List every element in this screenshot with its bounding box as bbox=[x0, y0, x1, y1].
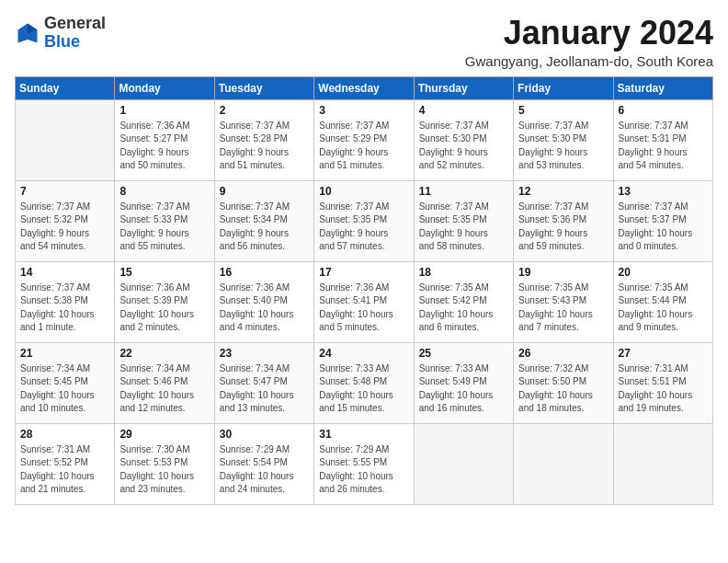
day-info: Sunrise: 7:30 AMSunset: 5:53 PMDaylight:… bbox=[119, 443, 209, 497]
day-info: Sunrise: 7:37 AMSunset: 5:28 PMDaylight:… bbox=[220, 120, 309, 173]
calendar-cell: 29Sunrise: 7:30 AMSunset: 5:53 PMDayligh… bbox=[115, 423, 214, 504]
calendar-cell: 15Sunrise: 7:36 AMSunset: 5:39 PMDayligh… bbox=[115, 261, 214, 342]
calendar-cell: 12Sunrise: 7:37 AMSunset: 5:36 PMDayligh… bbox=[514, 180, 613, 261]
calendar-cell: 28Sunrise: 7:31 AMSunset: 5:52 PMDayligh… bbox=[16, 423, 115, 504]
calendar-cell: 4Sunrise: 7:37 AMSunset: 5:30 PMDaylight… bbox=[414, 99, 513, 180]
page-header: General Blue January 2024 Gwangyang, Jeo… bbox=[15, 15, 713, 69]
col-header-wednesday: Wednesday bbox=[314, 76, 414, 99]
day-info: Sunrise: 7:36 AMSunset: 5:39 PMDaylight:… bbox=[119, 282, 209, 335]
calendar-cell bbox=[613, 423, 712, 504]
calendar-cell bbox=[16, 99, 115, 180]
calendar-cell bbox=[414, 423, 513, 504]
day-info: Sunrise: 7:35 AMSunset: 5:44 PMDaylight:… bbox=[619, 282, 708, 335]
day-number: 29 bbox=[119, 428, 209, 441]
day-info: Sunrise: 7:37 AMSunset: 5:37 PMDaylight:… bbox=[619, 201, 708, 254]
day-info: Sunrise: 7:37 AMSunset: 5:30 PMDaylight:… bbox=[518, 120, 608, 173]
day-info: Sunrise: 7:34 AMSunset: 5:45 PMDaylight:… bbox=[20, 362, 109, 416]
day-info: Sunrise: 7:37 AMSunset: 5:38 PMDaylight:… bbox=[20, 282, 109, 335]
day-info: Sunrise: 7:36 AMSunset: 5:27 PMDaylight:… bbox=[119, 120, 209, 173]
calendar-cell: 31Sunrise: 7:29 AMSunset: 5:55 PMDayligh… bbox=[314, 423, 414, 504]
calendar-cell: 7Sunrise: 7:37 AMSunset: 5:32 PMDaylight… bbox=[16, 180, 115, 261]
calendar-cell bbox=[514, 423, 613, 504]
day-info: Sunrise: 7:37 AMSunset: 5:31 PMDaylight:… bbox=[619, 120, 708, 173]
day-number: 26 bbox=[518, 347, 608, 360]
col-header-monday: Monday bbox=[115, 76, 214, 99]
day-number: 13 bbox=[619, 185, 708, 198]
day-number: 30 bbox=[220, 428, 309, 441]
logo-icon bbox=[15, 20, 40, 46]
day-number: 27 bbox=[619, 347, 708, 360]
day-info: Sunrise: 7:37 AMSunset: 5:35 PMDaylight:… bbox=[319, 201, 408, 254]
logo-blue-text: Blue bbox=[44, 32, 80, 51]
day-info: Sunrise: 7:36 AMSunset: 5:41 PMDaylight:… bbox=[319, 282, 408, 335]
day-info: Sunrise: 7:37 AMSunset: 5:30 PMDaylight:… bbox=[419, 120, 508, 173]
day-info: Sunrise: 7:31 AMSunset: 5:51 PMDaylight:… bbox=[619, 362, 708, 416]
day-number: 6 bbox=[619, 104, 708, 117]
day-info: Sunrise: 7:37 AMSunset: 5:29 PMDaylight:… bbox=[319, 120, 408, 173]
day-info: Sunrise: 7:34 AMSunset: 5:46 PMDaylight:… bbox=[119, 362, 209, 416]
day-info: Sunrise: 7:35 AMSunset: 5:42 PMDaylight:… bbox=[419, 282, 508, 335]
day-info: Sunrise: 7:32 AMSunset: 5:50 PMDaylight:… bbox=[518, 362, 608, 416]
calendar-cell: 6Sunrise: 7:37 AMSunset: 5:31 PMDaylight… bbox=[613, 99, 712, 180]
day-info: Sunrise: 7:37 AMSunset: 5:35 PMDaylight:… bbox=[419, 201, 508, 254]
day-number: 1 bbox=[119, 104, 209, 117]
calendar-cell: 20Sunrise: 7:35 AMSunset: 5:44 PMDayligh… bbox=[613, 261, 712, 342]
day-number: 22 bbox=[119, 347, 209, 360]
day-number: 12 bbox=[518, 185, 608, 198]
day-info: Sunrise: 7:33 AMSunset: 5:49 PMDaylight:… bbox=[419, 362, 508, 416]
calendar-cell: 26Sunrise: 7:32 AMSunset: 5:50 PMDayligh… bbox=[514, 342, 613, 423]
calendar-week-3: 14Sunrise: 7:37 AMSunset: 5:38 PMDayligh… bbox=[16, 261, 713, 342]
day-number: 14 bbox=[20, 266, 109, 279]
col-header-friday: Friday bbox=[514, 76, 613, 99]
calendar-cell: 3Sunrise: 7:37 AMSunset: 5:29 PMDaylight… bbox=[314, 99, 414, 180]
calendar-cell: 27Sunrise: 7:31 AMSunset: 5:51 PMDayligh… bbox=[613, 342, 712, 423]
day-info: Sunrise: 7:36 AMSunset: 5:40 PMDaylight:… bbox=[220, 282, 309, 335]
title-block: January 2024 Gwangyang, Jeollanam-do, So… bbox=[465, 15, 713, 69]
day-number: 24 bbox=[319, 347, 408, 360]
calendar-header-row: SundayMondayTuesdayWednesdayThursdayFrid… bbox=[16, 76, 713, 99]
calendar-cell: 13Sunrise: 7:37 AMSunset: 5:37 PMDayligh… bbox=[613, 180, 712, 261]
location-subtitle: Gwangyang, Jeollanam-do, South Korea bbox=[465, 53, 713, 69]
day-number: 16 bbox=[220, 266, 309, 279]
day-number: 8 bbox=[119, 185, 209, 198]
day-number: 7 bbox=[20, 185, 109, 198]
day-number: 2 bbox=[220, 104, 309, 117]
calendar-cell: 2Sunrise: 7:37 AMSunset: 5:28 PMDaylight… bbox=[214, 99, 313, 180]
calendar-cell: 8Sunrise: 7:37 AMSunset: 5:33 PMDaylight… bbox=[115, 180, 214, 261]
day-info: Sunrise: 7:29 AMSunset: 5:55 PMDaylight:… bbox=[319, 443, 408, 497]
calendar-cell: 18Sunrise: 7:35 AMSunset: 5:42 PMDayligh… bbox=[414, 261, 513, 342]
day-number: 17 bbox=[319, 266, 408, 279]
calendar-cell: 17Sunrise: 7:36 AMSunset: 5:41 PMDayligh… bbox=[314, 261, 414, 342]
day-number: 23 bbox=[220, 347, 309, 360]
day-number: 3 bbox=[319, 104, 408, 117]
logo-general-text: General bbox=[44, 14, 106, 32]
day-number: 15 bbox=[119, 266, 209, 279]
calendar-cell: 11Sunrise: 7:37 AMSunset: 5:35 PMDayligh… bbox=[414, 180, 513, 261]
day-info: Sunrise: 7:34 AMSunset: 5:47 PMDaylight:… bbox=[220, 362, 309, 416]
calendar-cell: 19Sunrise: 7:35 AMSunset: 5:43 PMDayligh… bbox=[514, 261, 613, 342]
calendar-cell: 24Sunrise: 7:33 AMSunset: 5:48 PMDayligh… bbox=[314, 342, 414, 423]
calendar-cell: 30Sunrise: 7:29 AMSunset: 5:54 PMDayligh… bbox=[214, 423, 313, 504]
day-info: Sunrise: 7:37 AMSunset: 5:36 PMDaylight:… bbox=[518, 201, 608, 254]
calendar-cell: 23Sunrise: 7:34 AMSunset: 5:47 PMDayligh… bbox=[214, 342, 313, 423]
month-title: January 2024 bbox=[465, 15, 713, 52]
day-number: 20 bbox=[619, 266, 708, 279]
calendar-cell: 14Sunrise: 7:37 AMSunset: 5:38 PMDayligh… bbox=[16, 261, 115, 342]
day-number: 25 bbox=[419, 347, 508, 360]
calendar-cell: 16Sunrise: 7:36 AMSunset: 5:40 PMDayligh… bbox=[214, 261, 313, 342]
calendar-week-5: 28Sunrise: 7:31 AMSunset: 5:52 PMDayligh… bbox=[16, 423, 713, 504]
calendar-cell: 21Sunrise: 7:34 AMSunset: 5:45 PMDayligh… bbox=[16, 342, 115, 423]
day-number: 19 bbox=[518, 266, 608, 279]
calendar-cell: 10Sunrise: 7:37 AMSunset: 5:35 PMDayligh… bbox=[314, 180, 414, 261]
day-info: Sunrise: 7:35 AMSunset: 5:43 PMDaylight:… bbox=[518, 282, 608, 335]
day-number: 28 bbox=[20, 428, 109, 441]
day-info: Sunrise: 7:37 AMSunset: 5:33 PMDaylight:… bbox=[119, 201, 209, 254]
col-header-saturday: Saturday bbox=[613, 76, 712, 99]
day-number: 9 bbox=[220, 185, 309, 198]
calendar-week-4: 21Sunrise: 7:34 AMSunset: 5:45 PMDayligh… bbox=[16, 342, 713, 423]
day-info: Sunrise: 7:37 AMSunset: 5:34 PMDaylight:… bbox=[220, 201, 309, 254]
col-header-tuesday: Tuesday bbox=[214, 76, 313, 99]
calendar-week-1: 1Sunrise: 7:36 AMSunset: 5:27 PMDaylight… bbox=[16, 99, 713, 180]
day-number: 11 bbox=[419, 185, 508, 198]
day-info: Sunrise: 7:29 AMSunset: 5:54 PMDaylight:… bbox=[220, 443, 309, 497]
